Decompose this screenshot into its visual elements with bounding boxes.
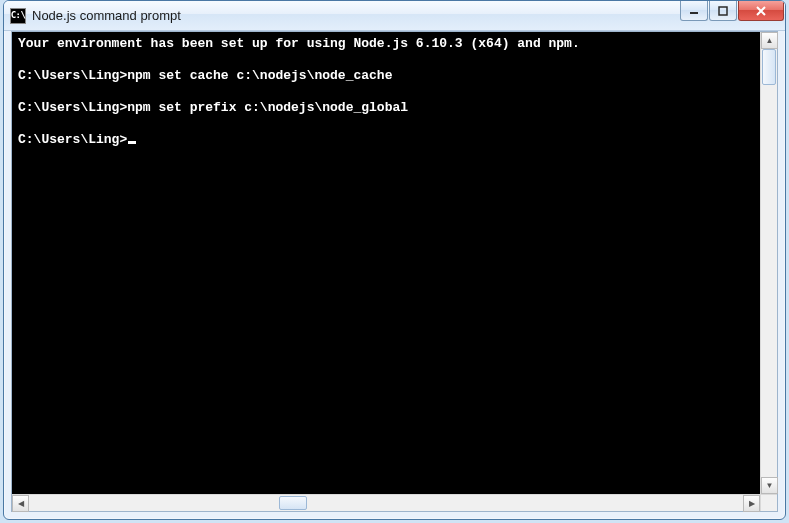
chevron-left-icon: ◀	[18, 500, 24, 508]
scroll-down-button[interactable]: ▼	[761, 477, 778, 494]
app-icon-text: C:\	[11, 11, 26, 20]
app-icon: C:\	[10, 8, 26, 24]
window-controls	[679, 1, 784, 21]
horizontal-scrollbar[interactable]: ◀ ▶	[12, 494, 760, 511]
vertical-scroll-thumb[interactable]	[762, 49, 776, 85]
chevron-up-icon: ▲	[766, 37, 774, 45]
chevron-right-icon: ▶	[749, 500, 755, 508]
close-button[interactable]	[738, 1, 784, 21]
titlebar[interactable]: C:\ Node.js command prompt	[4, 1, 785, 31]
cursor	[128, 141, 136, 144]
console-line: C:\Users\Ling>	[18, 132, 754, 148]
minimize-button[interactable]	[680, 1, 708, 21]
window-frame: C:\ Node.js command prompt Your environm…	[3, 0, 786, 520]
scroll-left-button[interactable]: ◀	[12, 495, 29, 512]
console-line: C:\Users\Ling>npm set cache c:\nodejs\no…	[18, 68, 754, 84]
horizontal-scroll-thumb[interactable]	[279, 496, 307, 510]
console-viewport[interactable]: Your environment has been set up for usi…	[12, 32, 760, 494]
maximize-icon	[718, 6, 728, 16]
console-line: Your environment has been set up for usi…	[18, 36, 754, 52]
scrollbar-corner	[760, 494, 777, 511]
vertical-scroll-track[interactable]	[761, 49, 777, 477]
scroll-up-button[interactable]: ▲	[761, 32, 778, 49]
console-content: Your environment has been set up for usi…	[12, 32, 760, 152]
scroll-right-button[interactable]: ▶	[743, 495, 760, 512]
horizontal-scroll-track[interactable]	[29, 495, 743, 511]
console-line: C:\Users\Ling>npm set prefix c:\nodejs\n…	[18, 100, 754, 116]
console-line	[18, 84, 754, 100]
window-title: Node.js command prompt	[32, 8, 679, 23]
console-line	[18, 116, 754, 132]
vertical-scrollbar[interactable]: ▲ ▼	[760, 32, 777, 494]
console-line	[18, 52, 754, 68]
client-area: Your environment has been set up for usi…	[11, 31, 778, 512]
minimize-icon	[689, 6, 699, 16]
maximize-button[interactable]	[709, 1, 737, 21]
chevron-down-icon: ▼	[766, 482, 774, 490]
svg-rect-1	[719, 7, 727, 15]
svg-rect-0	[690, 12, 698, 14]
close-icon	[755, 5, 767, 17]
